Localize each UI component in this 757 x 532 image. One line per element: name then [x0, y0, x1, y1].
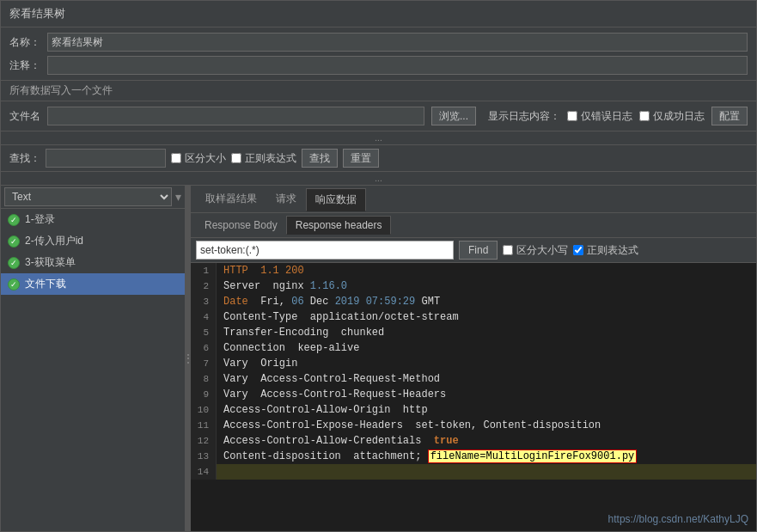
filename-input[interactable] — [47, 107, 424, 125]
watermark: https://blog.csdn.net/KathyLJQ — [608, 513, 748, 525]
code-line-12: 12 Access-Control-Allow-Credentials true — [191, 433, 756, 449]
tree-item-1[interactable]: 1-登录 — [1, 209, 185, 230]
all-data-label: 所有数据写入一个文件 — [9, 83, 113, 98]
only-success-checkbox[interactable]: 仅成功日志 — [639, 109, 705, 124]
code-line-7: 7 Vary Origin — [191, 356, 756, 371]
tab-sampler-result[interactable]: 取样器结果 — [196, 187, 266, 211]
response-search-bar: Find 区分大小写 正则表达式 — [191, 238, 756, 263]
tree-item-icon-4 — [8, 278, 20, 290]
comment-label: 注释： — [9, 58, 40, 73]
reset-button[interactable]: 重置 — [343, 149, 379, 168]
code-line-2: 2 Server nginx 1.16.0 — [191, 278, 756, 294]
tree-item-label-1: 1-登录 — [25, 212, 55, 227]
code-area[interactable]: 1 HTTP 1.1 200 2 Server nginx 1.16.0 3 D… — [191, 263, 756, 531]
code-line-3: 3 Date Fri, 06 Dec 2019 07:59:29 GMT — [191, 294, 756, 309]
case-sensitive-checkbox[interactable]: 区分大小 — [171, 151, 226, 166]
name-input[interactable] — [47, 33, 748, 52]
tree-item-icon-3 — [8, 257, 20, 269]
response-regex-checkbox[interactable]: 正则表达式 — [573, 243, 638, 258]
search-label: 查找： — [9, 151, 40, 166]
tree-item-icon-1 — [8, 214, 20, 226]
response-case-checkbox[interactable]: 区分大小写 — [503, 243, 568, 258]
code-line-14: 14 — [191, 464, 756, 480]
all-data-row: 所有数据写入一个文件 — [1, 81, 756, 101]
config-button[interactable]: 配置 — [711, 107, 748, 125]
tree-items: 1-登录 2-传入用户id 3-获取菜单 文件下载 — [1, 209, 185, 531]
dropdown-icon: ▾ — [175, 190, 181, 204]
right-panel: 取样器结果 请求 响应数据 Response Body Response hea… — [191, 186, 756, 531]
tree-item-label-4: 文件下载 — [25, 277, 66, 291]
tree-item-label-2: 2-传入用户id — [25, 234, 83, 248]
tree-item-label-3: 3-获取菜单 — [25, 255, 76, 270]
code-line-13: 13 Content-disposition attachment; fileN… — [191, 449, 756, 464]
regex-checkbox[interactable]: 正则表达式 — [231, 151, 296, 166]
sub-tab-response-headers[interactable]: Response headers — [286, 216, 392, 235]
search-bar: 查找： 区分大小 正则表达式 查找 重置 — [1, 145, 756, 172]
comment-input[interactable] — [47, 56, 748, 75]
show-log-label: 显示日志内容： — [488, 109, 560, 124]
find-button[interactable]: 查找 — [302, 149, 338, 168]
panel-title-text: 察看结果树 — [9, 7, 65, 20]
code-line-5: 5 Transfer-Encoding chunked — [191, 325, 756, 340]
code-line-6: 6 Connection keep-alive — [191, 340, 756, 356]
code-line-10: 10 Access-Control-Allow-Origin http — [191, 402, 756, 418]
filename-label: 文件名 — [9, 109, 40, 124]
browse-button[interactable]: 浏览... — [431, 107, 476, 125]
tree-item-icon-2 — [8, 235, 20, 248]
tree-item-3[interactable]: 3-获取菜单 — [1, 252, 185, 273]
dots-bar-1: ... — [1, 131, 756, 145]
sub-tabs-row: Response Body Response headers — [191, 213, 756, 238]
content-area: Text XML JSON HTML Boundary ▾ 1-登录 2-传入用… — [1, 186, 756, 531]
response-find-button[interactable]: Find — [459, 241, 498, 260]
search-input[interactable] — [46, 149, 166, 168]
code-line-8: 8 Vary Access-Control-Request-Method — [191, 371, 756, 387]
tree-item-2[interactable]: 2-传入用户id — [1, 230, 185, 252]
main-panel: 察看结果树 名称： 注释： 所有数据写入一个文件 文件名 浏览... 显示日志内… — [0, 0, 757, 532]
tree-type-bar: Text XML JSON HTML Boundary ▾ — [1, 186, 185, 209]
tree-type-select[interactable]: Text XML JSON HTML Boundary — [4, 187, 172, 206]
filename-row: 文件名 浏览... 显示日志内容： 仅错误日志 仅成功日志 配置 — [9, 107, 748, 125]
sub-tab-response-body[interactable]: Response Body — [196, 217, 286, 234]
panel-title: 察看结果树 — [1, 1, 756, 28]
code-line-11: 11 Access-Control-Expose-Headers set-tok… — [191, 418, 756, 433]
filename-section: 文件名 浏览... 显示日志内容： 仅错误日志 仅成功日志 配置 — [1, 101, 756, 131]
comment-row: 注释： — [9, 56, 748, 75]
code-line-1: 1 HTTP 1.1 200 — [191, 263, 756, 278]
name-label: 名称： — [9, 35, 40, 50]
code-line-9: 9 Vary Access-Control-Request-Headers — [191, 387, 756, 402]
tree-item-4[interactable]: 文件下载 — [1, 273, 185, 295]
form-section: 名称： 注释： — [1, 28, 756, 81]
code-line-4: 4 Content-Type application/octet-stream — [191, 309, 756, 325]
tab-response-data[interactable]: 响应数据 — [306, 188, 366, 211]
response-search-input[interactable] — [196, 241, 454, 260]
name-row: 名称： — [9, 33, 748, 52]
tab-request[interactable]: 请求 — [266, 187, 306, 211]
left-panel: Text XML JSON HTML Boundary ▾ 1-登录 2-传入用… — [1, 186, 186, 531]
only-error-checkbox[interactable]: 仅错误日志 — [567, 109, 632, 124]
dots-bar-2: ... — [1, 172, 756, 186]
main-tabs-row: 取样器结果 请求 响应数据 — [191, 186, 756, 213]
